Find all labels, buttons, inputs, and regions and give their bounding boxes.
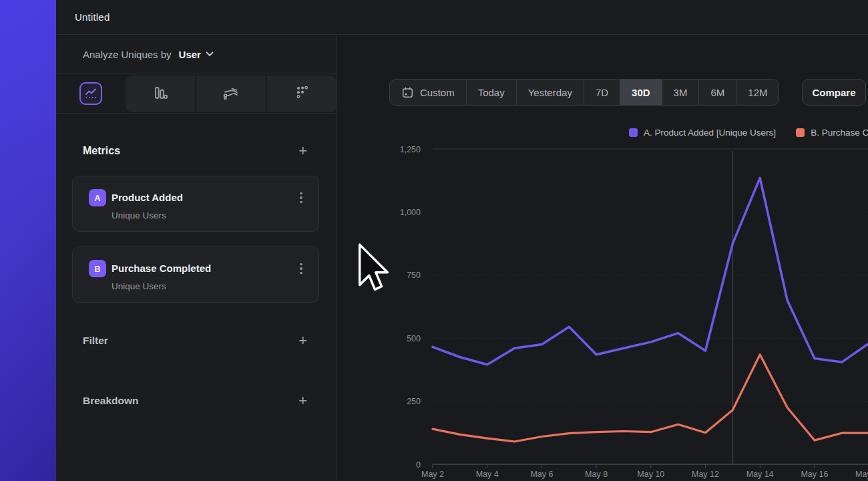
add-metric-button[interactable]: + — [298, 144, 307, 158]
metrics-title: Metrics — [83, 145, 120, 157]
tab-metric-grid[interactable] — [266, 75, 337, 112]
page: Untitled Analyze Uniques by User — [0, 0, 868, 481]
analyze-label: Analyze Uniques by — [83, 49, 172, 60]
svg-text:May 6: May 6 — [530, 470, 553, 479]
app-window: Untitled Analyze Uniques by User — [56, 0, 868, 481]
filter-title: Filter — [83, 335, 108, 347]
svg-text:500: 500 — [407, 334, 421, 343]
kebab-menu-icon[interactable] — [294, 262, 308, 275]
svg-text:1,250: 1,250 — [400, 145, 421, 154]
flow-icon — [222, 85, 240, 104]
top-header: Untitled — [56, 0, 868, 35]
metric-measure[interactable]: Unique Users — [112, 210, 166, 220]
tab-line-chart[interactable] — [56, 74, 126, 113]
metric-badge-a: A — [89, 189, 106, 206]
metric-card-b[interactable]: B Purchase Completed Unique Users — [72, 247, 319, 303]
chart-type-tabs — [56, 74, 337, 114]
gridlines — [433, 149, 868, 468]
svg-text:1,000: 1,000 — [400, 208, 421, 217]
add-filter-button[interactable]: + — [298, 333, 307, 348]
analyze-entity-dropdown[interactable]: User — [179, 49, 201, 60]
svg-text:May 18: May 18 — [855, 470, 868, 479]
metric-name[interactable]: Product Added — [112, 192, 183, 203]
background-strip — [0, 0, 56, 481]
analyze-row: Analyze Uniques by User — [56, 35, 337, 74]
axis-labels: 02505007501,0001,250May 2May 4May 6May 8… — [400, 145, 868, 480]
svg-text:May 10: May 10 — [637, 470, 664, 479]
svg-text:May 12: May 12 — [692, 470, 719, 479]
tab-bar-chart[interactable] — [126, 75, 195, 112]
svg-text:May 2: May 2 — [421, 470, 444, 479]
series-line-b — [433, 355, 868, 442]
chart-canvas[interactable]: 02505007501,0001,250May 2May 4May 6May 8… — [337, 35, 868, 480]
chart-type-tab-group — [126, 75, 337, 112]
sidebar: Analyze Uniques by User — [56, 35, 337, 480]
kebab-menu-icon[interactable] — [294, 191, 308, 204]
chevron-down-icon — [206, 51, 214, 57]
svg-text:750: 750 — [407, 271, 421, 280]
bar-chart-icon — [152, 85, 168, 104]
svg-text:May 8: May 8 — [585, 470, 608, 479]
svg-text:250: 250 — [407, 397, 421, 406]
add-breakdown-button[interactable]: + — [298, 393, 307, 408]
tab-flow[interactable] — [195, 75, 266, 112]
breakdown-title: Breakdown — [83, 395, 139, 407]
metric-measure[interactable]: Unique Users — [112, 281, 166, 291]
breakdown-section-header: Breakdown + — [56, 391, 337, 411]
metric-name[interactable]: Purchase Completed — [112, 263, 211, 274]
svg-text:May 4: May 4 — [476, 470, 499, 479]
line-chart-icon — [79, 82, 102, 105]
svg-text:May 16: May 16 — [801, 470, 828, 479]
metric-card-a[interactable]: A Product Added Unique Users — [72, 176, 319, 232]
metric-grid-icon — [294, 85, 310, 104]
metric-badge-b: B — [89, 260, 106, 277]
filter-section-header: Filter + — [56, 331, 337, 351]
svg-text:May 14: May 14 — [746, 470, 774, 479]
svg-text:0: 0 — [416, 460, 421, 470]
series-line-a — [433, 178, 868, 364]
report-title[interactable]: Untitled — [75, 11, 110, 23]
metrics-section-header: Metrics + — [56, 140, 337, 162]
chart-panel: CustomTodayYesterday7D30D3M6M12M Compare… — [337, 35, 868, 480]
